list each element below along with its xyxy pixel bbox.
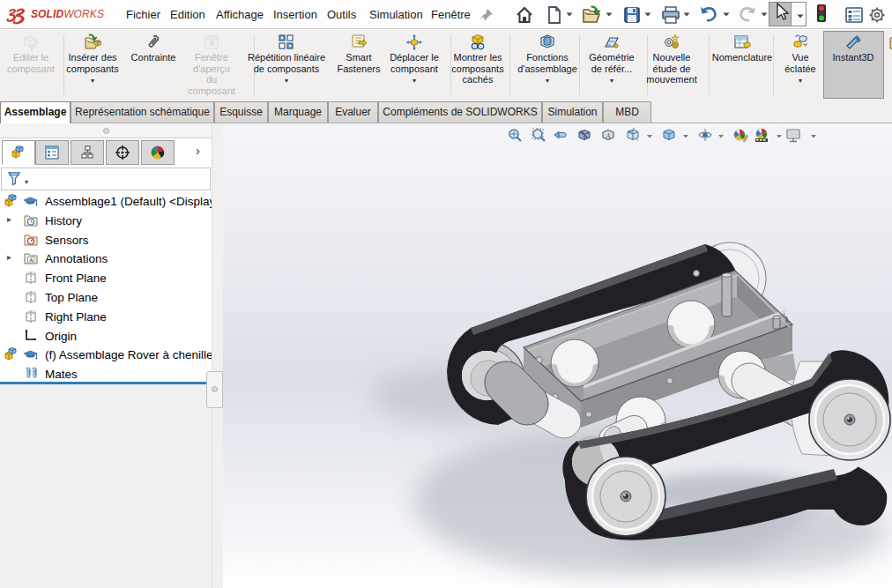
svg-text:SOLIDWORKS: SOLIDWORKS xyxy=(31,8,104,20)
svg-text:A: A xyxy=(606,132,611,140)
svg-text:A: A xyxy=(29,257,33,264)
